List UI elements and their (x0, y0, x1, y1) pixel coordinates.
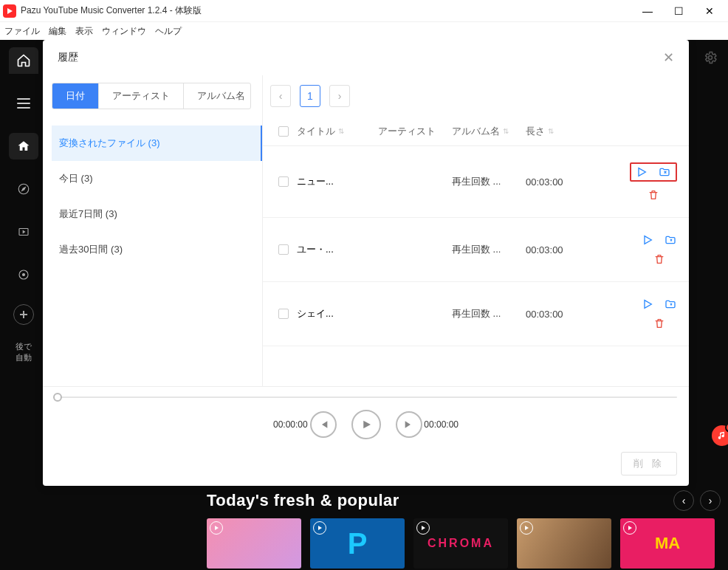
titlebar: Pazu YouTube Music Converter 1.2.4 - 体験版… (0, 0, 728, 22)
prev-track-button[interactable] (310, 411, 337, 438)
page-next-button[interactable]: › (329, 85, 350, 107)
cell-album: 再生回数 ... (452, 307, 526, 320)
filter-list: 変換されたファイル (3) 今日 (3) 最近7日間 (3) 過去30日間 (3… (52, 126, 262, 267)
thumb-play-icon (623, 521, 636, 535)
open-folder-icon[interactable] (658, 166, 671, 178)
menu-window[interactable]: ウィンドウ (102, 25, 146, 38)
thumbnail[interactable]: CHROMA (413, 518, 508, 569)
add-icon[interactable] (13, 304, 34, 325)
delete-icon[interactable] (648, 189, 659, 201)
svg-marker-8 (645, 236, 651, 244)
page-prev-button[interactable]: ‹ (270, 85, 291, 107)
row-checkbox[interactable] (278, 176, 289, 187)
next-track-button[interactable] (396, 411, 422, 438)
cell-length: 00:03:00 (526, 309, 592, 320)
svg-point-6 (709, 56, 712, 60)
filter-today[interactable]: 今日 (3) (52, 161, 262, 196)
pagination: ‹ 1 › (263, 75, 689, 117)
th-length[interactable]: 長さ⇅ (526, 125, 592, 138)
nav-home-icon[interactable] (9, 133, 38, 159)
play-icon[interactable] (642, 234, 653, 246)
filter-converted[interactable]: 変換されたファイル (3) (52, 126, 262, 161)
tab-album[interactable]: アルバム名 (184, 83, 251, 109)
carousel-prev-button[interactable]: ‹ (673, 490, 694, 511)
menu-edit[interactable]: 編集 (49, 25, 66, 38)
menu-file[interactable]: ファイル (4, 25, 40, 38)
compass-icon[interactable] (9, 176, 38, 202)
settings-gear-icon[interactable] (703, 50, 718, 65)
dialog-title: 履歴 (58, 51, 78, 64)
hamburger-icon[interactable] (9, 90, 38, 117)
svg-marker-0 (7, 8, 13, 14)
svg-marker-9 (645, 301, 651, 309)
open-folder-icon[interactable] (664, 234, 677, 246)
background-section: Today's fresh & popular ‹ › P CHROMA MA (207, 490, 728, 570)
minimize-button[interactable]: — (632, 0, 663, 22)
maximize-button[interactable]: ☐ (663, 0, 694, 22)
select-all-checkbox[interactable] (278, 126, 289, 137)
menu-bar: ファイル 編集 表示 ウィンドウ ヘルプ (0, 22, 728, 40)
sort-icon: ⇅ (503, 127, 509, 135)
thumbnail[interactable]: P (310, 518, 405, 569)
dialog-right-panel: ‹ 1 › タイトル⇅ アーティスト アルバム名⇅ 長さ⇅ ニュー... (263, 75, 689, 386)
side-rail: 後で 自動 (0, 40, 47, 570)
disc-icon[interactable] (9, 261, 38, 288)
menu-help[interactable]: ヘルプ (155, 25, 182, 38)
play-icon[interactable] (642, 298, 653, 310)
cell-length: 00:03:00 (526, 244, 592, 255)
tab-artist[interactable]: アーティスト (99, 83, 184, 109)
player-bar: 00:00:00 00:00:00 (43, 386, 689, 446)
page-number-1[interactable]: 1 (300, 85, 320, 107)
window-controls: — ☐ ✕ (632, 0, 725, 22)
th-title[interactable]: タイトル⇅ (297, 125, 378, 138)
sidebar-later-label: 後で 自動 (13, 341, 35, 364)
seek-slider[interactable] (55, 391, 677, 403)
dialog-header: 履歴 ✕ (43, 40, 689, 75)
filter-last30[interactable]: 過去30日間 (3) (52, 232, 262, 267)
cell-length: 00:03:00 (526, 176, 592, 188)
library-icon[interactable] (9, 219, 38, 245)
bg-section-title: Today's fresh & popular (207, 491, 399, 510)
th-album[interactable]: アルバム名⇅ (452, 125, 526, 138)
svg-marker-10 (363, 421, 371, 429)
menu-view[interactable]: 表示 (75, 25, 93, 38)
app-body: 後で 自動 + 履歴 ✕ 日付 アーティスト アルバム名 変換されたファイル (… (0, 40, 728, 570)
table-body: ニュー... 再生回数 ... 00:03:00 (263, 146, 689, 386)
thumb-play-icon (416, 521, 430, 535)
home-icon[interactable] (9, 47, 38, 74)
total-time: 00:00:00 (424, 419, 459, 430)
filter-last7[interactable]: 最近7日間 (3) (52, 196, 262, 232)
cell-title: シェイ... (297, 307, 378, 320)
seek-knob[interactable] (53, 393, 62, 402)
music-float-icon[interactable]: + (712, 425, 728, 446)
carousel-next-button[interactable]: › (700, 490, 721, 511)
play-icon[interactable] (636, 166, 648, 178)
elapsed-time: 00:00:00 (273, 419, 308, 430)
row-checkbox[interactable] (278, 309, 289, 319)
dialog-left-panel: 日付 アーティスト アルバム名 変換されたファイル (3) 今日 (3) 最近7… (43, 75, 263, 386)
window-title: Pazu YouTube Music Converter 1.2.4 - 体験版 (21, 4, 202, 17)
open-folder-icon[interactable] (664, 298, 677, 310)
delete-icon[interactable] (653, 253, 665, 265)
close-button[interactable]: ✕ (694, 0, 725, 22)
cell-album: 再生回数 ... (452, 175, 526, 188)
table-header: タイトル⇅ アーティスト アルバム名⇅ 長さ⇅ (263, 117, 689, 146)
thumbnail-row: P CHROMA MA (207, 518, 728, 569)
thumbnail[interactable] (207, 518, 301, 569)
thumb-play-icon (313, 521, 326, 535)
tab-date[interactable]: 日付 (52, 83, 99, 109)
thumbnail[interactable]: MA (620, 518, 715, 569)
sort-icon: ⇅ (338, 127, 344, 135)
table-row: シェイ... 再生回数 ... 00:03:00 (263, 282, 689, 346)
table-row: ニュー... 再生回数 ... 00:03:00 (263, 146, 689, 218)
delete-icon[interactable] (653, 317, 665, 329)
play-button[interactable] (351, 410, 381, 439)
thumbnail[interactable] (517, 518, 611, 569)
th-artist[interactable]: アーティスト (378, 125, 452, 138)
dialog-close-icon[interactable]: ✕ (663, 49, 674, 66)
thumb-play-icon (520, 521, 533, 535)
svg-marker-2 (22, 188, 26, 191)
row-checkbox[interactable] (278, 244, 289, 255)
cell-album: 再生回数 ... (452, 243, 526, 256)
delete-button[interactable]: 削 除 (621, 452, 677, 475)
